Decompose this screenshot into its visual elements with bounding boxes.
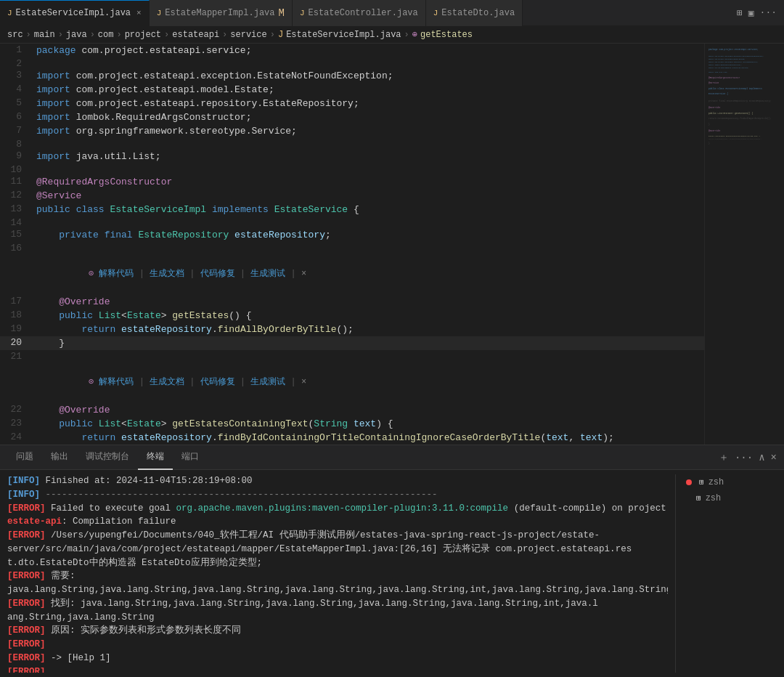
editor-main[interactable]: 1 package com.project.estateapi.service;…: [0, 44, 704, 445]
tab-close-button[interactable]: ×: [136, 9, 142, 17]
code-line: 24 return estateRepository.findByIdConta…: [0, 431, 704, 445]
breadcrumb-estateapi[interactable]: estateapi: [172, 30, 219, 40]
breadcrumb-file[interactable]: EstateServiceImpl.java: [286, 30, 401, 40]
terminal-line: [ERROR] -> [Help 1]: [7, 652, 668, 665]
terminal-line: [ERROR]: [7, 665, 668, 673]
breadcrumb-method[interactable]: getEstates: [420, 30, 473, 40]
terminal-line: [INFO] ---------------------------------…: [7, 488, 668, 502]
tab-estate-dto[interactable]: J EstateDto.java: [426, 0, 523, 26]
panel-actions: ＋ ··· ∧ ×: [719, 451, 777, 464]
terminal-line: [ERROR] /Users/yupengfei/Documents/040_软…: [7, 529, 668, 569]
java-file-icon: J: [7, 9, 12, 17]
terminal-content[interactable]: [INFO] Finished at: 2024-11-04T15:28:19+…: [0, 470, 784, 677]
code-line: 17 @Override: [0, 295, 704, 309]
code-line: 7 import org.springframework.stereotype.…: [0, 124, 704, 138]
code-lens-line: ⊙ 解释代码 | 生成文档 | 代码修复 | 生成测试 | ×: [0, 254, 704, 295]
new-terminal-icon[interactable]: ＋: [719, 451, 729, 464]
terminal-sidebar: ⊞ zsh ⊞ zsh: [675, 474, 777, 673]
code-line: 6 import lombok.RequiredArgsConstructor;: [0, 110, 704, 124]
code-line: 4 import com.project.estateapi.model.Est…: [0, 83, 704, 97]
terminal-collapse-icon[interactable]: ∧: [759, 451, 764, 463]
java-file-icon: J: [433, 9, 438, 17]
code-line: 22 @Override: [0, 403, 704, 417]
java-file-icon: J: [300, 9, 305, 17]
modified-indicator: M: [279, 8, 285, 18]
terminal-shell-label: zsh: [706, 492, 722, 505]
breadcrumb-service[interactable]: service: [230, 30, 266, 40]
code-line: 16: [0, 242, 704, 254]
panel-tabs: 问题 输出 调试控制台 终端 端口 ＋ ··· ∧ ×: [0, 445, 784, 470]
tab-actions: ⊞ ▣ ···: [730, 7, 784, 19]
code-line: 10: [0, 163, 704, 175]
more-actions-icon[interactable]: ···: [760, 7, 777, 18]
code-line: 14: [0, 216, 704, 228]
breadcrumb: src › main › java › com › project › esta…: [0, 26, 784, 44]
terminal-line: [ERROR] 需要: java.lang.String,java.lang.S…: [7, 569, 668, 597]
tab-estate-controller[interactable]: J EstateController.java: [293, 0, 426, 26]
split-editor-icon[interactable]: ⊞: [737, 7, 743, 19]
terminal-close-icon[interactable]: ×: [771, 452, 777, 463]
tab-label: EstateServiceImpl.java: [16, 8, 131, 18]
panel-tab-terminal[interactable]: 终端: [138, 445, 173, 470]
tab-label: EstateDto.java: [441, 8, 515, 18]
breadcrumb-symbol-icon: ⊕: [412, 29, 417, 40]
terminal-line: [ERROR] 原因: 实际参数列表和形式参数列表长度不同: [7, 624, 668, 638]
breadcrumb-src[interactable]: src: [7, 30, 23, 40]
terminal-line: [ERROR] 找到: java.lang.String,java.lang.S…: [7, 597, 668, 625]
code-line: 9 import java.util.List;: [0, 150, 704, 163]
code-line: 21: [0, 350, 704, 362]
code-line: 3 import com.project.estateapi.exception…: [0, 69, 704, 83]
panel-tab-problems[interactable]: 问题: [7, 445, 42, 470]
code-line: 15 private final EstateRepository estate…: [0, 228, 704, 242]
minimap-content: package com.project.estateapi.service; i…: [705, 44, 784, 150]
code-line: 2: [0, 57, 704, 69]
breadcrumb-file-icon: J: [278, 30, 283, 40]
breadcrumb-com[interactable]: com: [98, 30, 114, 40]
terminal-shell-label: zsh: [709, 476, 724, 489]
panel-tab-debug-console[interactable]: 调试控制台: [77, 445, 138, 470]
tab-label: EstateController.java: [309, 8, 418, 18]
terminal-shell-zsh-1[interactable]: ⊞ zsh: [683, 474, 777, 490]
layout-icon[interactable]: ▣: [748, 7, 754, 19]
code-line: 1 package com.project.estateapi.service;: [0, 44, 704, 57]
terminal-line: [ERROR] Failed to execute goal org.apach…: [7, 502, 668, 530]
breadcrumb-java[interactable]: java: [66, 30, 87, 40]
terminal-line: [ERROR]: [7, 638, 668, 652]
code-line: 13 public class EstateServiceImpl implem…: [0, 203, 704, 216]
code-line: 19 return estateRepository.findAllByOrde…: [0, 323, 704, 336]
tab-bar: J EstateServiceImpl.java × J EstateMappe…: [0, 0, 784, 26]
code-line: 12 @Service: [0, 189, 704, 203]
code-line: 23 public List<Estate> getEstatesContain…: [0, 417, 704, 431]
terminal-icon: ⊞: [696, 492, 701, 505]
terminal-error-indicator: [686, 479, 692, 485]
code-line: 5 import com.project.estateapi.repositor…: [0, 97, 704, 110]
terminal-shell-zsh-2[interactable]: ⊞ zsh: [683, 490, 777, 506]
tab-estate-mapper-impl[interactable]: J EstateMapperImpl.java M: [150, 0, 293, 26]
code-container: 1 package com.project.estateapi.service;…: [0, 44, 704, 445]
panel-tab-output[interactable]: 输出: [42, 445, 77, 470]
terminal-main: [INFO] Finished at: 2024-11-04T15:28:19+…: [7, 474, 668, 673]
terminal-line: [INFO] Finished at: 2024-11-04T15:28:19+…: [7, 474, 668, 488]
bottom-panel: 问题 输出 调试控制台 终端 端口 ＋ ··· ∧ × [INFO] Finis…: [0, 445, 784, 677]
code-lens-line: ⊙ 解释代码 | 生成文档 | 代码修复 | 生成测试 | ×: [0, 362, 704, 403]
editor-area: 1 package com.project.estateapi.service;…: [0, 44, 784, 445]
minimap[interactable]: package com.project.estateapi.service; i…: [704, 44, 784, 445]
code-line: 8: [0, 138, 704, 150]
code-line-active: 20 }: [0, 336, 704, 350]
tab-estate-service-impl[interactable]: J EstateServiceImpl.java ×: [0, 0, 150, 26]
terminal-more-icon[interactable]: ···: [735, 452, 753, 463]
breadcrumb-main[interactable]: main: [34, 30, 55, 40]
java-file-icon: J: [157, 9, 162, 17]
tab-label: EstateMapperImpl.java: [165, 8, 274, 18]
breadcrumb-project[interactable]: project: [125, 30, 161, 40]
code-line: 11 @RequiredArgsConstructor: [0, 175, 704, 189]
panel-tab-ports[interactable]: 端口: [173, 445, 208, 470]
code-line: 18 public List<Estate> getEstates() {: [0, 309, 704, 323]
terminal-icon: ⊞: [699, 477, 704, 489]
